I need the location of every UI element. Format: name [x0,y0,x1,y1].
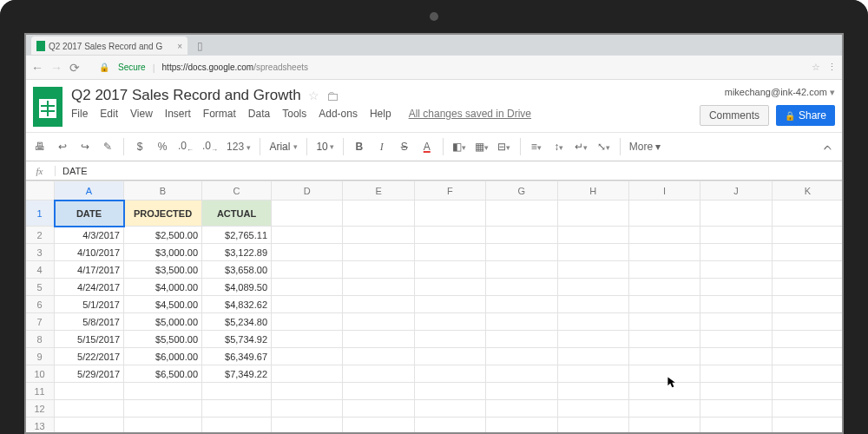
cell[interactable] [202,418,272,435]
cell[interactable] [700,279,772,296]
cell[interactable]: 5/1/2017 [55,296,124,313]
strikethrough-button[interactable]: S [398,141,411,153]
column-header[interactable]: J [700,181,772,201]
column-header[interactable]: H [557,181,628,201]
menu-help[interactable]: Help [370,108,391,120]
cell[interactable] [486,383,557,400]
menu-view[interactable]: View [130,108,153,120]
cell[interactable] [772,227,843,244]
column-header[interactable]: I [628,181,700,201]
cell[interactable] [557,383,628,400]
cell[interactable] [272,227,343,244]
cell[interactable] [628,400,700,418]
cell[interactable]: DATE [55,201,124,227]
row-header[interactable]: 9 [25,348,55,365]
menu-insert[interactable]: Insert [165,108,191,120]
cell[interactable]: ACTUAL [202,201,272,227]
column-header[interactable]: E [343,181,414,201]
cell[interactable] [772,313,843,331]
close-tab-icon[interactable]: × [177,42,182,51]
cell[interactable] [700,227,772,244]
cell[interactable] [628,261,700,279]
format-percent[interactable]: % [155,141,169,153]
cell[interactable] [486,348,557,365]
cell[interactable] [414,383,485,400]
cell[interactable] [272,365,343,383]
cell[interactable] [343,313,414,331]
cell[interactable]: $5,234.80 [202,313,272,331]
cell[interactable]: PROJECTED [124,201,202,227]
cell[interactable] [55,418,124,435]
cell[interactable] [414,365,485,383]
row-header[interactable]: 10 [25,365,55,383]
cell[interactable] [272,201,343,227]
merge-cells-button[interactable]: ⊟▾ [497,141,511,153]
cell[interactable] [414,418,485,435]
cell[interactable] [628,331,700,348]
cell[interactable]: $2,765.11 [202,227,272,244]
menu-edit[interactable]: Edit [100,108,118,120]
cell[interactable] [343,418,414,435]
cell[interactable] [272,279,343,296]
row-header[interactable]: 11 [25,383,55,400]
cell[interactable] [772,296,843,313]
cell[interactable] [272,313,343,331]
cell[interactable] [557,400,628,418]
cell[interactable] [343,227,414,244]
cell[interactable] [343,279,414,296]
fill-color-button[interactable]: ◧▾ [452,141,466,153]
column-header[interactable]: D [272,181,343,201]
cell[interactable] [202,400,272,418]
cell[interactable]: $3,000.00 [124,244,202,261]
bold-button[interactable]: B [352,141,366,153]
comments-button[interactable]: Comments [700,105,769,126]
cell[interactable]: $5,000.00 [124,313,202,331]
decrease-decimal[interactable]: .0← [178,140,194,154]
cell[interactable] [55,383,124,400]
cell[interactable] [628,348,700,365]
cell[interactable] [628,279,700,296]
cell[interactable] [557,348,628,365]
cell[interactable]: 4/24/2017 [55,279,124,296]
cell[interactable]: $2,500.00 [124,227,202,244]
cell[interactable]: $6,500.00 [124,365,202,383]
cell[interactable] [486,261,557,279]
cell[interactable] [628,296,700,313]
cell[interactable] [557,201,628,227]
row-header[interactable]: 7 [25,313,55,331]
column-header[interactable]: B [124,181,202,201]
cell[interactable] [272,331,343,348]
cell[interactable] [414,279,485,296]
cell[interactable] [772,331,843,348]
cell[interactable] [414,313,485,331]
cell[interactable] [486,296,557,313]
saved-status[interactable]: All changes saved in Drive [409,108,531,120]
cell[interactable] [700,365,772,383]
cell[interactable] [772,201,843,227]
cell[interactable] [772,365,843,383]
cell[interactable] [772,383,843,400]
cell[interactable] [628,383,700,400]
url-field[interactable]: https://docs.google.com/spreadsheets [162,62,308,72]
increase-decimal[interactable]: .0→ [202,140,218,154]
format-currency[interactable]: $ [133,141,147,153]
cell[interactable] [486,365,557,383]
cell[interactable] [343,201,414,227]
menu-file[interactable]: File [71,108,88,120]
cell[interactable] [557,227,628,244]
cell[interactable] [557,313,628,331]
row-header[interactable]: 2 [25,227,55,244]
menu-tools[interactable]: Tools [282,108,306,120]
text-rotation-button[interactable]: ⤡▾ [597,141,611,153]
cell[interactable] [700,244,772,261]
redo-icon[interactable]: ↪ [78,141,92,153]
cell[interactable] [343,244,414,261]
cell[interactable] [124,418,202,435]
cell[interactable] [55,400,124,418]
cell[interactable] [124,400,202,418]
row-header[interactable]: 3 [25,244,55,261]
cell[interactable]: $6,349.67 [202,348,272,365]
cell[interactable] [700,261,772,279]
cell[interactable]: $5,734.92 [202,331,272,348]
nav-back-icon[interactable]: ← [31,61,43,75]
